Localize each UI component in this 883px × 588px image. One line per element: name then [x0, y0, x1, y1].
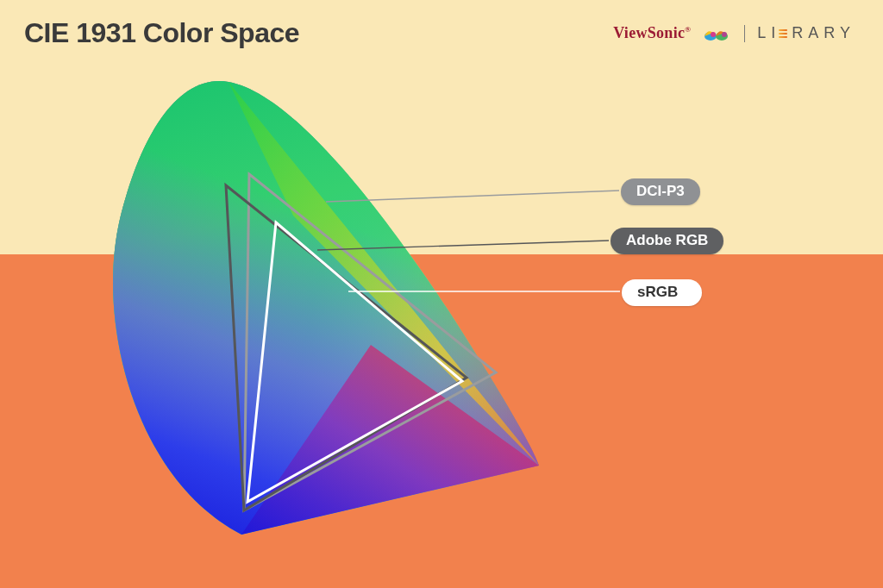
label-srgb: sRGB	[622, 279, 702, 306]
label-dci-p3: DCI-P3	[621, 178, 700, 205]
label-adobe-rgb: Adobe RGB	[611, 228, 723, 254]
leader-dci-p3	[326, 191, 619, 202]
spectral-locus-fill	[52, 34, 604, 586]
chromaticity-diagram	[0, 0, 883, 588]
diagram-canvas: CIE 1931 Color Space ViewSonic® LI RARY	[0, 0, 883, 588]
